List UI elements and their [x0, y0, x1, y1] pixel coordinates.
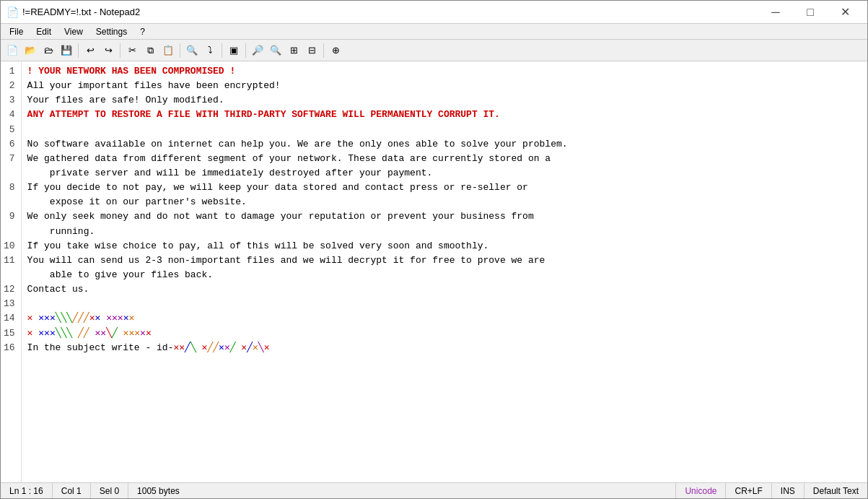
status-bytes: 1005 bytes — [128, 483, 676, 498]
statusbar: Ln 1 : 16 Col 1 Sel 0 1005 bytes Unicode… — [1, 482, 867, 498]
line-4: ANY ATTEMPT TO RESTORE A FILE WITH THIRD… — [27, 109, 500, 120]
zoom2-button[interactable]: ⊟ — [303, 42, 320, 59]
status-mode: Default Text — [805, 483, 867, 498]
maximize-button[interactable]: □ — [794, 1, 827, 23]
status-col: Col 1 — [53, 483, 91, 498]
col-label: Col 1 — [61, 486, 82, 496]
toolbar-sep6 — [323, 43, 324, 58]
menu-help[interactable]: ? — [134, 25, 151, 38]
titlebar-left: 📄 !=READMY=!.txt - Notepad2 — [6, 6, 140, 18]
select-button[interactable]: ▣ — [225, 42, 242, 59]
line-16: In the subject write - id-✕✕╱╲ ✕╱╱✕✕╱ ✕╱… — [27, 342, 270, 353]
toolbar-sep4 — [222, 43, 222, 58]
line-3: Your files are safe! Only modified. — [27, 95, 224, 105]
save-button[interactable]: 💾 — [58, 42, 75, 59]
line-2: All your important files have been encry… — [27, 80, 281, 91]
titlebar: 📄 !=READMY=!.txt - Notepad2 ─ □ ✕ — [1, 1, 867, 24]
mode-label: Default Text — [813, 486, 859, 496]
redo-button[interactable]: ↪ — [100, 42, 117, 59]
line-ending-label: CR+LF — [735, 486, 762, 496]
line-15: ✕ ✕✕✕╲╲╲ ╱╱ ✕✕╲╱ ✕✕✕✕✕ — [27, 328, 152, 339]
bytes-label: 1005 bytes — [137, 486, 180, 496]
new-button[interactable]: 📄 — [4, 42, 21, 59]
line-8: If you decide to not pay, we will keep y… — [27, 182, 528, 207]
line-12: Contact us. — [27, 284, 89, 295]
line-6: No software available on internet can he… — [27, 139, 568, 149]
line-14: ✕ ✕✕✕╲╲╲╱╱╱✕✕ ✕✕✕✕✕ — [27, 313, 135, 324]
status-lineending: CR+LF — [726, 483, 771, 498]
cut-button[interactable]: ✂ — [123, 42, 141, 59]
extra-button[interactable]: ⊕ — [327, 42, 344, 59]
line-10: If you take wise choice to pay, all of t… — [27, 240, 489, 251]
zoom-button[interactable]: ⊞ — [285, 42, 302, 59]
menu-file[interactable]: File — [4, 25, 29, 38]
line-11: You will can send us 2-3 non-important f… — [27, 255, 545, 280]
line-7: We gathered data from different segment … — [27, 153, 551, 178]
open2-button[interactable]: 🗁 — [40, 42, 57, 59]
status-encoding: Unicode — [676, 483, 726, 498]
line-numbers: 1 2 3 4 5 6 7 8 9 10 11 12 13 14 15 16 — [1, 61, 22, 482]
copy-button[interactable]: ⧉ — [141, 42, 159, 59]
titlebar-controls: ─ □ ✕ — [759, 1, 862, 23]
find-button[interactable]: 🔍 — [183, 42, 201, 59]
close-button[interactable]: ✕ — [828, 1, 862, 23]
findnext-button[interactable]: ⤵ — [201, 42, 219, 59]
line-9: We only seek money and do not want to da… — [27, 211, 534, 236]
encoding-label: Unicode — [685, 486, 716, 496]
window-title: !=READMY=!.txt - Notepad2 — [22, 6, 140, 17]
ln-col-label: Ln 1 : 16 — [9, 486, 43, 496]
paste-button[interactable]: 📋 — [159, 42, 177, 59]
sel-label: Sel 0 — [100, 486, 119, 496]
toolbar-sep2 — [120, 43, 120, 58]
minimize-button[interactable]: ─ — [759, 1, 792, 23]
status-sel: Sel 0 — [91, 483, 128, 498]
zoomout-button[interactable]: 🔍 — [267, 42, 284, 59]
toolbar-sep3 — [180, 43, 180, 58]
toolbar-sep5 — [245, 43, 246, 58]
menu-view[interactable]: View — [58, 25, 89, 38]
line-1: ! YOUR NETWORK HAS BEEN COMPROMISED ! — [27, 66, 236, 77]
menubar: File Edit View Settings ? — [1, 24, 867, 40]
toolbar-sep1 — [78, 43, 79, 58]
editor-content[interactable]: ! YOUR NETWORK HAS BEEN COMPROMISED ! Al… — [22, 61, 867, 482]
ins-label: INS — [781, 486, 795, 496]
app-icon: 📄 — [6, 6, 18, 18]
status-ln-col: Ln 1 : 16 — [1, 483, 53, 498]
menu-edit[interactable]: Edit — [30, 25, 57, 38]
toolbar: 📄 📂 🗁 💾 ↩ ↪ ✂ ⧉ 📋 🔍 ⤵ ▣ 🔎 🔍 ⊞ ⊟ ⊕ — [1, 40, 867, 61]
main-window: 📄 !=READMY=!.txt - Notepad2 ─ □ ✕ File E… — [0, 0, 868, 499]
open-button[interactable]: 📂 — [22, 42, 39, 59]
status-ins: INS — [772, 483, 805, 498]
menu-settings[interactable]: Settings — [90, 25, 133, 38]
editor-container[interactable]: 1 2 3 4 5 6 7 8 9 10 11 12 13 14 15 16 !… — [1, 61, 867, 482]
undo-button[interactable]: ↩ — [82, 42, 99, 59]
zoomin-button[interactable]: 🔎 — [249, 42, 266, 59]
